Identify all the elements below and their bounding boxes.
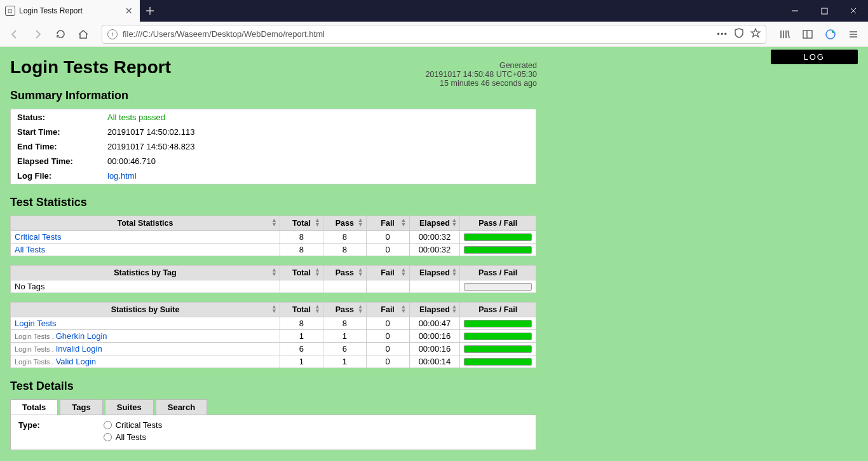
table-row: All Tests88000:00:32 [11,244,536,256]
window-titlebar: ⊡ Login Tests Report ✕ [0,0,868,22]
close-window-button[interactable] [839,0,868,22]
log-file-link[interactable]: log.html [107,171,137,181]
suite-link[interactable]: Gherkin Login [56,331,107,341]
suite-stats-table: Statistics by Suite▲▼ Total▲▼ Pass▲▼ Fai… [10,302,536,368]
menu-icon[interactable] [844,25,863,44]
col-header[interactable]: Total▲▼ [280,303,323,317]
back-button[interactable] [5,25,24,44]
radio-input[interactable] [104,421,112,429]
stat-link[interactable]: Critical Tests [15,232,61,242]
url-text: file:///C:/Users/Waseem/Desktop/WebDemo/… [123,29,325,39]
reload-button[interactable] [51,25,70,44]
svg-rect-1 [803,31,812,38]
sort-icon: ▲▼ [271,305,277,313]
table-row: Login Tests . Invalid Login66000:00:16 [11,343,536,355]
sort-icon: ▲▼ [315,218,320,227]
total-stats-table: Total Statistics▲▼ Total▲▼ Pass▲▼ Fail▲▼… [10,216,536,256]
svg-point-3 [832,31,834,33]
sidebar-icon[interactable] [798,25,817,44]
library-icon[interactable] [775,25,794,44]
stats-heading: Test Statistics [10,196,536,209]
log-button[interactable]: LOG [771,50,858,64]
forward-button[interactable] [28,25,47,44]
sort-icon: ▲▼ [315,305,320,313]
reader-shield-icon[interactable] [734,28,744,41]
table-row: Login Tests88000:00:47 [11,317,536,330]
sort-icon: ▲▼ [358,218,363,227]
sort-icon: ▲▼ [358,305,363,313]
url-bar[interactable]: i file:///C:/Users/Waseem/Desktop/WebDem… [102,25,766,44]
suite-link[interactable]: Invalid Login [56,344,102,354]
col-header[interactable]: Total▲▼ [280,266,323,280]
radio-input[interactable] [104,433,112,441]
passfail-bar [464,233,532,241]
details-body: Type: Critical Tests All Tests [10,415,536,450]
col-header[interactable]: Total▲▼ [280,216,323,231]
tab-title: Login Tests Report [19,6,83,15]
page-info-icon[interactable]: i [107,29,118,39]
col-header[interactable]: Fail▲▼ [366,216,409,231]
new-tab-button[interactable] [140,0,160,22]
minimize-button[interactable] [780,0,810,22]
col-header[interactable]: Pass▲▼ [323,266,366,280]
suite-link[interactable]: Valid Login [56,357,96,366]
sort-icon: ▲▼ [358,268,363,277]
sort-icon: ▲▼ [271,268,277,277]
table-row: Login Tests . Gherkin Login11000:00:16 [11,330,536,343]
table-row: Critical Tests88000:00:32 [11,231,536,244]
details-tabs: Totals Tags Suites Search [10,399,536,415]
svg-rect-0 [822,8,827,14]
suite-link[interactable]: Login Tests [15,319,57,328]
col-header[interactable]: Pass▲▼ [323,216,366,231]
details-heading: Test Details [10,380,536,393]
radio-critical[interactable]: Critical Tests [104,420,162,430]
col-header[interactable]: Statistics by Tag▲▼ [11,266,280,280]
window-controls [780,0,868,22]
sort-icon: ▲▼ [451,218,457,227]
generated-info: Generated 20191017 14:50:48 UTC+05:30 15… [394,61,537,88]
type-label: Type: [18,420,40,430]
passfail-bar [464,333,532,340]
tab-tags[interactable]: Tags [60,399,102,415]
profile-icon[interactable] [821,25,840,44]
table-row: End Time:20191017 14:50:48.823 [12,140,534,153]
col-header: Pass / Fail [460,266,536,280]
sort-icon: ▲▼ [451,305,457,313]
col-header[interactable]: Fail▲▼ [366,303,409,317]
page-content: LOG Login Tests Report Generated 2019101… [0,47,868,461]
tab-favicon: ⊡ [5,6,15,16]
col-header: Pass / Fail [460,303,536,317]
col-header[interactable]: Elapsed▲▼ [409,303,460,317]
stat-link[interactable]: All Tests [15,245,45,254]
bookmark-star-icon[interactable] [750,28,761,41]
col-header[interactable]: Total Statistics▲▼ [11,216,280,231]
sort-icon: ▲▼ [401,218,407,227]
table-row: Log File:log.html [12,169,534,182]
col-header[interactable]: Elapsed▲▼ [409,266,460,280]
passfail-bar [464,345,532,353]
tab-totals[interactable]: Totals [10,399,58,415]
table-row: No Tags [11,280,536,293]
sort-icon: ▲▼ [315,268,320,277]
col-header: Pass / Fail [460,216,536,231]
close-tab-icon[interactable]: ✕ [123,5,135,17]
passfail-bar [464,246,532,254]
sort-icon: ▲▼ [401,268,407,277]
table-row: Status:All tests passed [12,111,534,124]
status-value: All tests passed [102,111,534,124]
passfail-bar [464,283,532,291]
radio-all[interactable]: All Tests [104,432,162,442]
page-actions-icon[interactable]: ••• [717,29,728,39]
table-row: Elapsed Time:00:00:46.710 [12,155,534,168]
tag-stats-table: Statistics by Tag▲▼ Total▲▼ Pass▲▼ Fail▲… [10,265,536,293]
col-header[interactable]: Statistics by Suite▲▼ [11,303,280,317]
tab-search[interactable]: Search [156,399,207,415]
summary-table: Status:All tests passed Start Time:20191… [10,109,536,184]
col-header[interactable]: Fail▲▼ [366,266,409,280]
tab-suites[interactable]: Suites [105,399,154,415]
col-header[interactable]: Pass▲▼ [323,303,366,317]
col-header[interactable]: Elapsed▲▼ [409,216,460,231]
browser-tab[interactable]: ⊡ Login Tests Report ✕ [0,0,140,22]
maximize-button[interactable] [810,0,839,22]
home-button[interactable] [74,25,93,44]
